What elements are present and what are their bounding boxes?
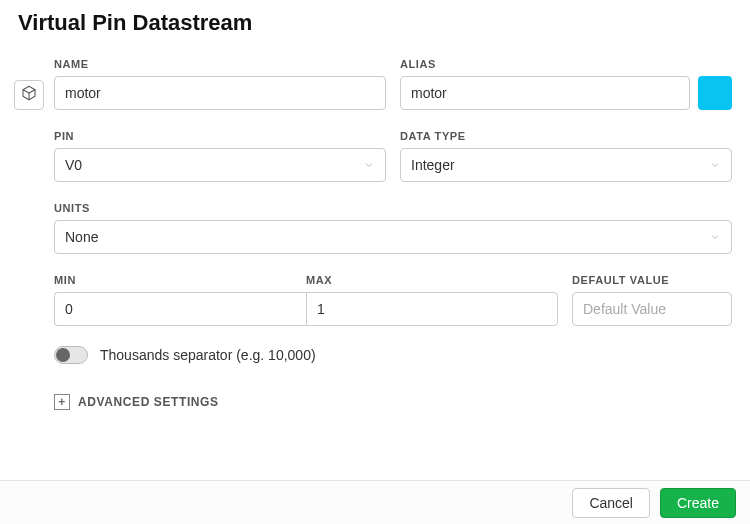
thousands-separator-toggle[interactable]	[54, 346, 88, 364]
data-type-select[interactable]: Integer	[400, 148, 732, 182]
alias-field: ALIAS	[400, 58, 732, 110]
units-value: None	[65, 229, 709, 245]
data-type-label: DATA TYPE	[400, 130, 732, 142]
chevron-down-icon	[709, 231, 721, 243]
alias-label: ALIAS	[400, 58, 732, 70]
max-label: MAX	[306, 274, 558, 286]
chevron-down-icon	[363, 159, 375, 171]
cube-icon	[21, 85, 37, 105]
units-label: UNITS	[54, 202, 732, 214]
alias-input[interactable]	[400, 76, 690, 110]
max-field: MAX	[306, 274, 558, 326]
units-field: UNITS None	[54, 202, 732, 254]
thousands-separator-label: Thousands separator (e.g. 10,000)	[100, 347, 316, 363]
advanced-settings-toggle[interactable]: + ADVANCED SETTINGS	[54, 394, 732, 410]
min-input[interactable]	[54, 292, 306, 326]
pin-label: PIN	[54, 130, 386, 142]
default-value-input[interactable]	[572, 292, 732, 326]
color-swatch[interactable]	[698, 76, 732, 110]
name-label: NAME	[54, 58, 386, 70]
name-field: NAME	[54, 58, 386, 110]
dialog-footer: Cancel Create	[0, 480, 750, 524]
plus-icon: +	[54, 394, 70, 410]
pin-value: V0	[65, 157, 363, 173]
min-field: MIN	[54, 274, 306, 326]
units-select[interactable]: None	[54, 220, 732, 254]
datastream-icon-button[interactable]	[14, 80, 44, 110]
pin-field: PIN V0	[54, 130, 386, 182]
default-value-label: DEFAULT VALUE	[572, 274, 732, 286]
default-value-field: DEFAULT VALUE	[572, 274, 732, 326]
data-type-value: Integer	[411, 157, 709, 173]
cancel-button[interactable]: Cancel	[572, 488, 650, 518]
page-title: Virtual Pin Datastream	[18, 10, 732, 36]
pin-select[interactable]: V0	[54, 148, 386, 182]
name-input[interactable]	[54, 76, 386, 110]
data-type-field: DATA TYPE Integer	[400, 130, 732, 182]
max-input[interactable]	[306, 292, 558, 326]
form-area: NAME ALIAS PIN V0 DATA TYPE Integer	[18, 58, 732, 410]
chevron-down-icon	[709, 159, 721, 171]
advanced-settings-label: ADVANCED SETTINGS	[78, 395, 219, 409]
min-label: MIN	[54, 274, 306, 286]
create-button[interactable]: Create	[660, 488, 736, 518]
